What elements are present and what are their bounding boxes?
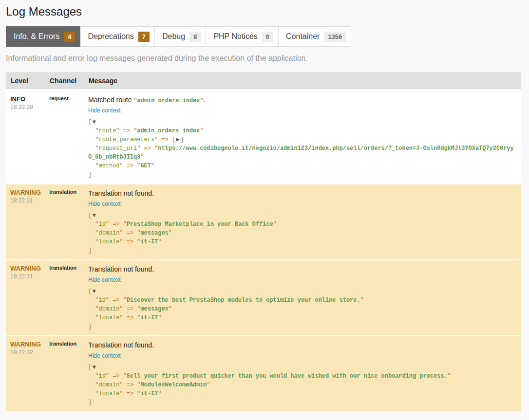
dump-key: locale bbox=[99, 390, 120, 397]
column-header-channel: Channel bbox=[45, 72, 84, 89]
dump-str: Discover the best PrestaShop modules to … bbox=[127, 297, 360, 304]
dump-key: method bbox=[99, 163, 120, 169]
dump-punct: ] bbox=[88, 171, 92, 178]
dump-punct: ] bbox=[88, 399, 92, 406]
dump-str: messages bbox=[140, 306, 168, 312]
hide-context-link[interactable]: Hide context bbox=[88, 200, 121, 208]
dump-punct: " => " bbox=[119, 382, 140, 388]
tab-label: Debug bbox=[162, 32, 185, 40]
channel-cell: request bbox=[45, 89, 84, 183]
hide-context-link[interactable]: Hide context bbox=[88, 352, 121, 360]
dump-str: it-IT bbox=[140, 238, 158, 245]
log-channel: translation bbox=[49, 340, 79, 347]
tab-count-badge: 4 bbox=[64, 32, 75, 42]
tab-debug[interactable]: Debug8 bbox=[154, 26, 206, 47]
log-level: WARNING bbox=[10, 264, 40, 273]
dump-punct: [ bbox=[88, 212, 92, 219]
dump-punct: " bbox=[200, 128, 203, 134]
dump-toggle-arrow[interactable]: ▶ bbox=[176, 136, 180, 143]
dump-punct: " bbox=[88, 128, 99, 134]
dump-toggle-arrow[interactable]: ▼ bbox=[93, 212, 96, 219]
dump-punct: " => " bbox=[106, 221, 127, 228]
log-message: Translation not found. bbox=[88, 340, 516, 350]
context-dump: [▼ "id" => "Sell your first product quic… bbox=[88, 363, 516, 407]
log-channel: translation bbox=[49, 188, 79, 196]
header-row: LevelChannelMessage bbox=[6, 72, 521, 89]
tab-label: Deprecations bbox=[88, 32, 133, 40]
dump-punct: " bbox=[133, 97, 137, 104]
log-channel: request bbox=[49, 95, 79, 102]
dump-punct: ] bbox=[180, 136, 184, 143]
dump-key: route bbox=[99, 128, 116, 134]
dump-punct: ] bbox=[88, 247, 92, 254]
log-message: Matched route "admin_orders_index". bbox=[88, 95, 516, 105]
dump-punct: ] bbox=[88, 323, 92, 330]
tab-info-errors[interactable]: Info. & Errors4 bbox=[6, 26, 80, 47]
message-cell: Translation not found.Hide context[▼ "id… bbox=[84, 183, 521, 259]
dump-str: messages bbox=[140, 230, 168, 237]
log-level: INFO bbox=[10, 95, 40, 103]
dump-toggle-arrow[interactable]: ▼ bbox=[93, 364, 96, 371]
dump-punct: " => " bbox=[119, 306, 140, 312]
log-table: LevelChannelMessage INFO18:22:28requestM… bbox=[6, 72, 521, 411]
dump-punct: " bbox=[88, 297, 99, 304]
dump-key: locale bbox=[99, 314, 120, 321]
tab-label: PHP Notices bbox=[213, 32, 257, 40]
dump-punct: " bbox=[448, 373, 451, 380]
level-cell: WARNING18:22:31 bbox=[6, 183, 45, 259]
dump-punct: " => " bbox=[106, 373, 127, 380]
dump-punct: " bbox=[88, 230, 99, 237]
dump-punct: " => " bbox=[119, 390, 140, 397]
dump-key: id bbox=[99, 297, 106, 304]
dump-toggle-arrow[interactable]: ▼ bbox=[93, 288, 96, 295]
dump-punct: [ bbox=[88, 364, 92, 371]
dump-punct: " bbox=[169, 306, 172, 312]
dump-str: ModulesWelcomeAdmin bbox=[140, 382, 207, 388]
message-cell: Matched route "admin_orders_index".Hide … bbox=[84, 89, 521, 183]
tab-navigation: Info. & Errors4Deprecations7Debug8PHP No… bbox=[6, 26, 521, 47]
dump-punct: " bbox=[88, 221, 99, 228]
tab-count-badge: 0 bbox=[262, 32, 273, 42]
dump-toggle-arrow[interactable]: ▼ bbox=[93, 119, 96, 126]
dump-str: it-IT bbox=[140, 314, 158, 321]
log-table-body: INFO18:22:28requestMatched route "admin_… bbox=[6, 89, 521, 411]
context-dump: [▼ "id" => "Discover the best PrestaShop… bbox=[88, 287, 516, 331]
dump-str: admin_orders_index bbox=[137, 97, 200, 104]
dump-punct: " bbox=[88, 382, 99, 388]
tab-container[interactable]: Container1356 bbox=[278, 26, 351, 47]
log-channel: translation bbox=[49, 264, 79, 272]
dump-punct: " bbox=[88, 163, 99, 169]
dump-str: GET bbox=[140, 163, 151, 169]
dump-key: route_parameters bbox=[99, 136, 155, 143]
dump-str: PrestaShop Marketplace in your Back Offi… bbox=[127, 221, 273, 228]
log-message: Translation not found. bbox=[88, 188, 516, 199]
log-message: Translation not found. bbox=[88, 264, 516, 274]
tab-label: Info. & Errors bbox=[14, 32, 59, 40]
dump-punct: " bbox=[158, 238, 161, 245]
tab-php-notices[interactable]: PHP Notices0 bbox=[206, 26, 279, 47]
dump-key: domain bbox=[99, 306, 120, 312]
log-timestamp: 18:22:31 bbox=[10, 273, 40, 281]
dump-punct: " bbox=[207, 382, 210, 388]
dump-key: id bbox=[99, 373, 106, 380]
hide-context-link[interactable]: Hide context bbox=[88, 107, 121, 114]
context-dump: [▼ "id" => "PrestaShop Marketplace in yo… bbox=[88, 211, 516, 255]
dump-punct: " => " bbox=[116, 128, 137, 134]
dump-punct: " => " bbox=[119, 230, 140, 237]
channel-cell: translation bbox=[45, 335, 84, 411]
dump-punct: " bbox=[140, 154, 144, 161]
dump-punct: [ bbox=[88, 119, 92, 126]
level-cell: INFO18:22:28 bbox=[6, 89, 45, 183]
channel-cell: translation bbox=[45, 183, 84, 259]
tab-deprecations[interactable]: Deprecations7 bbox=[80, 26, 155, 47]
dump-punct: " bbox=[158, 390, 161, 397]
log-timestamp: 18:22:31 bbox=[10, 197, 40, 205]
dump-punct: " bbox=[88, 373, 99, 380]
message-cell: Translation not found.Hide context[▼ "id… bbox=[84, 335, 521, 411]
hide-context-link[interactable]: Hide context bbox=[88, 276, 121, 284]
log-row: WARNING18:22:31translationTranslation no… bbox=[6, 183, 521, 259]
tab-count-badge: 7 bbox=[138, 32, 150, 42]
dump-punct: " => " bbox=[119, 238, 140, 245]
dump-str: it-IT bbox=[140, 390, 158, 397]
tab-count-badge: 1356 bbox=[324, 32, 346, 42]
